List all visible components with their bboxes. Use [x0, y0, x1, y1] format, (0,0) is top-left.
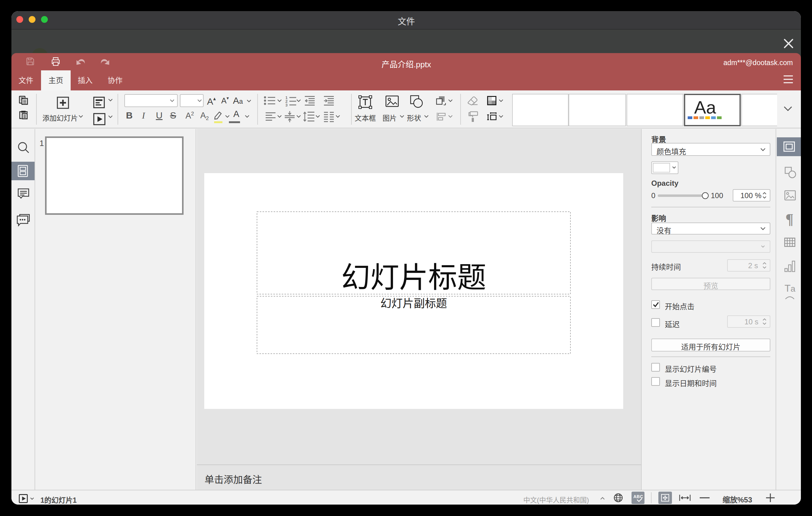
- svg-text:3: 3: [285, 103, 288, 107]
